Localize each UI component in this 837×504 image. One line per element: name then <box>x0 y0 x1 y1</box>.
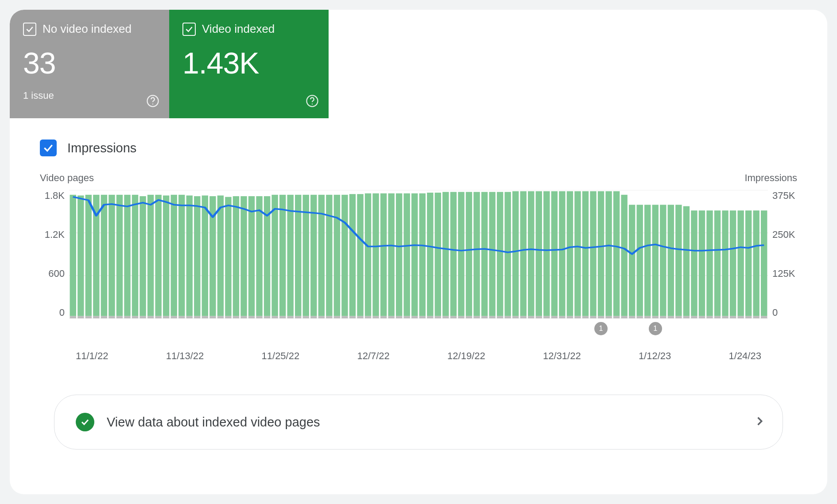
svg-rect-182 <box>745 210 752 316</box>
svg-rect-148 <box>613 191 620 316</box>
svg-rect-108 <box>458 192 464 316</box>
svg-rect-55 <box>248 316 255 318</box>
svg-rect-57 <box>256 316 262 318</box>
svg-rect-158 <box>652 205 659 316</box>
svg-rect-127 <box>528 316 534 318</box>
svg-rect-184 <box>753 210 760 316</box>
svg-rect-52 <box>240 196 247 316</box>
svg-rect-61 <box>271 316 278 318</box>
svg-rect-74 <box>326 195 332 316</box>
svg-rect-174 <box>714 210 721 316</box>
svg-rect-156 <box>644 205 651 316</box>
svg-rect-167 <box>683 316 690 318</box>
chart-annotation[interactable]: 1 <box>594 322 608 335</box>
svg-rect-113 <box>473 316 480 318</box>
x-ticks: 11/1/2211/13/2211/25/2212/7/2212/19/2212… <box>69 350 768 362</box>
svg-rect-92 <box>396 194 402 316</box>
svg-rect-19 <box>108 316 115 318</box>
svg-rect-65 <box>287 316 294 318</box>
svg-rect-62 <box>279 195 286 316</box>
svg-rect-79 <box>341 316 348 318</box>
svg-rect-32 <box>163 195 169 316</box>
svg-rect-99 <box>419 316 426 318</box>
tile-value: 1.43K <box>182 46 320 80</box>
svg-rect-104 <box>442 192 449 316</box>
svg-rect-46 <box>217 195 224 316</box>
plot-area[interactable] <box>69 190 768 318</box>
svg-rect-60 <box>271 195 278 316</box>
svg-rect-186 <box>761 210 767 316</box>
svg-rect-94 <box>404 194 410 316</box>
view-data-panel[interactable]: View data about indexed video pages <box>54 395 783 450</box>
svg-rect-13 <box>85 316 92 318</box>
tile-video-indexed[interactable]: Video indexed 1.43K <box>169 10 329 118</box>
impressions-toggle[interactable]: Impressions <box>40 140 827 156</box>
svg-rect-83 <box>357 316 363 318</box>
help-icon[interactable] <box>306 94 319 109</box>
svg-rect-140 <box>582 191 589 316</box>
svg-rect-66 <box>295 195 301 316</box>
help-icon[interactable] <box>146 94 159 109</box>
svg-rect-85 <box>365 316 371 318</box>
svg-rect-147 <box>605 316 612 318</box>
svg-rect-28 <box>147 195 154 316</box>
svg-rect-95 <box>404 316 410 318</box>
svg-point-1 <box>152 104 153 105</box>
checkbox-icon <box>23 23 36 36</box>
svg-rect-69 <box>303 316 309 318</box>
chart-annotation[interactable]: 1 <box>649 322 662 335</box>
svg-rect-129 <box>536 316 542 318</box>
svg-rect-139 <box>574 316 581 318</box>
svg-rect-143 <box>590 316 596 318</box>
svg-rect-64 <box>287 195 294 316</box>
svg-rect-29 <box>147 316 154 318</box>
tile-no-video-indexed[interactable]: No video indexed 33 1 issue <box>10 10 169 118</box>
stat-tiles: No video indexed 33 1 issue Video indexe… <box>10 10 827 118</box>
svg-rect-33 <box>163 316 169 318</box>
right-y-ticks: 375K250K125K0 <box>768 190 797 318</box>
svg-point-3 <box>312 104 313 105</box>
svg-rect-43 <box>202 316 208 318</box>
svg-rect-114 <box>481 192 488 316</box>
svg-rect-98 <box>419 194 426 316</box>
svg-rect-86 <box>372 194 379 316</box>
svg-rect-30 <box>155 195 161 316</box>
svg-rect-181 <box>737 316 744 318</box>
svg-rect-168 <box>691 210 697 316</box>
svg-rect-21 <box>116 316 123 318</box>
svg-rect-118 <box>497 192 503 316</box>
svg-rect-102 <box>435 193 441 316</box>
svg-rect-130 <box>543 191 550 316</box>
impressions-label: Impressions <box>67 141 136 155</box>
tile-subtext: 1 issue <box>23 90 160 101</box>
svg-rect-71 <box>310 316 317 318</box>
svg-rect-122 <box>512 191 519 316</box>
left-axis-title: Video pages <box>40 172 94 184</box>
svg-rect-53 <box>240 316 247 318</box>
svg-rect-146 <box>605 191 612 316</box>
svg-rect-128 <box>536 191 542 316</box>
svg-rect-153 <box>629 316 635 318</box>
svg-rect-150 <box>621 195 627 316</box>
tile-value: 33 <box>23 46 160 80</box>
svg-rect-133 <box>551 316 558 318</box>
svg-rect-179 <box>730 316 736 318</box>
svg-rect-134 <box>559 191 565 316</box>
svg-rect-63 <box>279 316 286 318</box>
svg-rect-38 <box>186 195 193 316</box>
chart: Video pages Impressions 1.8K1.2K6000 375… <box>40 172 797 362</box>
svg-rect-50 <box>233 196 239 316</box>
svg-rect-154 <box>637 205 643 316</box>
svg-rect-81 <box>349 316 356 318</box>
svg-rect-9 <box>70 316 76 318</box>
svg-rect-126 <box>528 191 534 316</box>
svg-rect-117 <box>489 316 495 318</box>
svg-rect-170 <box>699 210 705 316</box>
svg-rect-77 <box>334 316 340 318</box>
svg-rect-135 <box>559 316 565 318</box>
svg-rect-59 <box>264 316 270 318</box>
svg-rect-11 <box>78 316 84 318</box>
svg-rect-124 <box>520 191 527 316</box>
svg-rect-80 <box>349 194 356 316</box>
svg-rect-22 <box>124 195 130 316</box>
